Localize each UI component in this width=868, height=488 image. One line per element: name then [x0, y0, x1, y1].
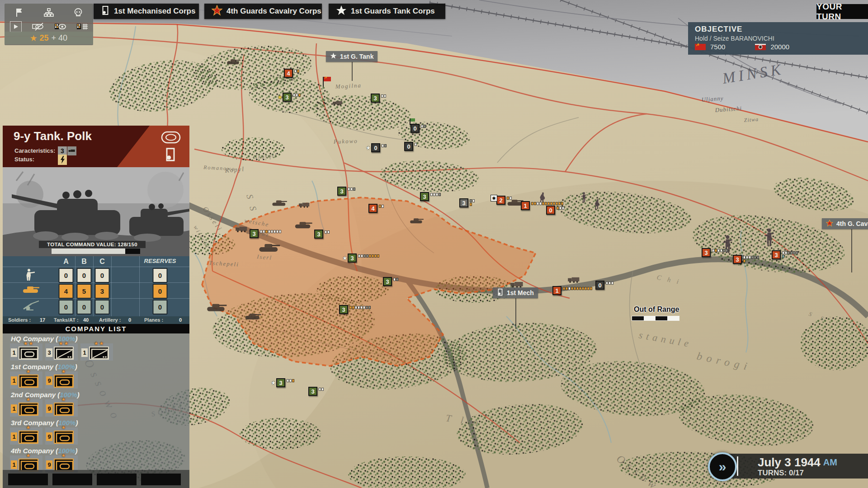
org-chart-icon[interactable] [43, 7, 55, 18]
corps-tab-1[interactable]: 1st Mechanised Corps [94, 4, 199, 19]
show-units-icon[interactable] [54, 21, 66, 32]
company-unit-tile[interactable]: 1★★ [10, 343, 42, 361]
turn-status-banner: YOUR TURN [816, 4, 868, 19]
hide-units-icon[interactable] [32, 21, 44, 32]
company-unit-tile[interactable]: 9★ [45, 427, 78, 445]
reserve-cell-infantry: 0 [153, 268, 168, 283]
company-unit-tile[interactable]: 9★ [45, 399, 78, 417]
soviet-points: 7500 [710, 43, 725, 51]
map-unit-counter[interactable]: 1 [521, 201, 530, 210]
map-unit-counter[interactable]: 3 [702, 248, 711, 257]
map-unit-counter[interactable]: 3★ [276, 378, 285, 387]
unit-count-badge: 1 [81, 348, 88, 357]
objective-panel: OBJECTIVE Hold / Seize BARANOVICHI ☭ 750… [688, 22, 868, 55]
map-unit-counter[interactable]: 4 [368, 204, 377, 213]
map-unit-counter[interactable]: 3★ [283, 93, 292, 102]
stat-value: 0 [128, 317, 131, 323]
unit-count-badge: 3 [46, 348, 52, 357]
empty-slot[interactable] [97, 474, 137, 485]
german-flag-icon [755, 44, 766, 50]
table-cell-artillery-C: 0 [95, 300, 110, 314]
range-scale-bar [632, 316, 679, 320]
turn-counter: TURNS: 0/17 [758, 469, 804, 478]
map-unit-counter[interactable]: 0 [546, 206, 555, 215]
resource-bonus: + 40 [51, 33, 67, 43]
waypoint-label[interactable]: 4th G. Cava... [822, 218, 868, 229]
artillery-row-icon [22, 300, 40, 313]
map-unit-counter[interactable]: 0 [595, 281, 604, 290]
counter-star-icon: ★ [271, 380, 276, 386]
unit-header: 9-y Tank. Polk Caracteristics: 3 Status: [3, 126, 189, 167]
map-unit-counter[interactable]: 3★ [348, 253, 357, 263]
map-unit-counter[interactable]: 3 [250, 229, 259, 238]
waypoint-label[interactable]: 1st G. Tank [326, 51, 377, 62]
stat-value: 40 [83, 317, 89, 323]
map-unit-counter[interactable]: 3 [383, 277, 392, 286]
map-unit-counter[interactable]: 3 [314, 230, 323, 239]
map-unit-counter[interactable]: 2✱ [496, 196, 505, 205]
objective-description: Hold / Seize BARANOVICHI [695, 35, 868, 42]
waypoint-label[interactable]: 1st Mech [493, 287, 538, 298]
empty-slot[interactable] [52, 474, 92, 485]
empty-slot[interactable] [141, 474, 181, 485]
map-unit-counter[interactable]: 3 [339, 305, 348, 314]
column-header-B: B [81, 258, 87, 266]
company-unit-tile[interactable]: 1★ [10, 399, 42, 417]
map-unit-counter[interactable]: 3 [420, 192, 429, 201]
corps-tab-label: 1st Mechanised Corps [114, 7, 195, 16]
table-cell-infantry-B: 0 [77, 268, 92, 283]
red-star-icon [212, 5, 222, 18]
company-unit-tile[interactable]: 3★★ [45, 343, 78, 361]
waypoint-text: 4th G. Cava... [836, 220, 868, 227]
company-unit-tile[interactable]: 1★★ [80, 343, 113, 361]
map-truck-silhouette [568, 277, 579, 283]
map-unit-counter[interactable]: 1 [552, 286, 561, 295]
map-unit-counter[interactable]: 3 [337, 187, 346, 196]
infantry-row-icon [22, 268, 35, 283]
company-unit-tile[interactable]: 1★ [10, 427, 42, 445]
play-icon[interactable] [10, 21, 22, 32]
double-chevron-icon: » [719, 460, 726, 474]
unit-name: 9-y Tank. Polk [14, 129, 92, 143]
out-of-range-label: Out of Range [634, 305, 679, 314]
map-unit-counter[interactable]: 3 [308, 387, 317, 396]
lightning-status-icon [58, 155, 67, 165]
map-unit-counter[interactable]: 3 [459, 198, 468, 207]
veterancy-stars: ★★ [54, 340, 74, 347]
objective-title: OBJECTIVE [695, 25, 868, 34]
empty-slot[interactable] [8, 474, 48, 485]
map-unit-counter[interactable]: 3 [371, 94, 380, 103]
resource-counter: ★ 25 + 40 [5, 32, 93, 44]
tank-unit-icon [19, 375, 38, 388]
mech-corps-icon [101, 5, 110, 18]
table-cell-infantry-A: 0 [59, 268, 74, 283]
company-unit-tile[interactable]: 9★ [45, 371, 78, 389]
veterancy-stars: ★★ [89, 340, 109, 347]
skull-icon[interactable] [72, 7, 84, 18]
company-list: HQ Company (100%)1★★3★★1★★1st Company (1… [3, 333, 189, 470]
table-cell-infantry-C: 0 [95, 268, 110, 283]
map-unit-counter[interactable]: 4 [284, 69, 293, 78]
german-points: 20000 [770, 43, 789, 51]
flag-icon[interactable] [14, 7, 25, 18]
unit-count-badge: 1 [11, 376, 17, 385]
unit-grid-icon[interactable] [76, 21, 88, 32]
unit-detail-panel: 9-y Tank. Polk Caracteristics: 3 Status: [3, 126, 189, 488]
company-unit-tile[interactable]: 1★ [10, 371, 42, 389]
end-turn-button[interactable]: » [708, 452, 737, 481]
corps-tab-2[interactable]: 4th Guards Cavalry Corps [204, 4, 322, 19]
unit-count-badge: 1 [11, 348, 17, 357]
tank-unit-icon [19, 431, 38, 444]
characteristics-label: Caracteristics: [14, 147, 55, 154]
map-unit-counter[interactable]: 3 [733, 255, 742, 264]
characteristics-value: 3 [58, 146, 67, 155]
stat-label: Soldiers : [8, 317, 31, 323]
map-unit-counter[interactable]: 0★ [371, 143, 380, 152]
map-unit-counter[interactable]: 0 [404, 142, 413, 151]
corps-tab-label: 4th Guards Cavalry Corps [226, 7, 321, 16]
map-unit-counter[interactable]: 3 [772, 250, 781, 259]
column-header-A: A [63, 258, 69, 266]
corps-tab-3[interactable]: 1st Guards Tank Corps [329, 4, 445, 19]
command-value-bar [52, 249, 140, 254]
tank-class-icon [161, 131, 181, 145]
